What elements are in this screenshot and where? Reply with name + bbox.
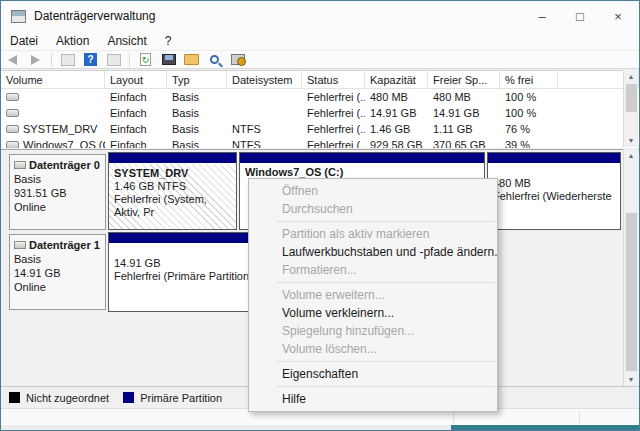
search-icon[interactable]	[206, 52, 223, 67]
scroll-up-icon[interactable]: ▲	[624, 70, 638, 83]
partition-color-bar	[109, 153, 236, 163]
scroll-down-icon[interactable]: ▼	[624, 134, 638, 147]
computer-icon[interactable]	[160, 52, 177, 67]
partition-color-bar	[488, 153, 620, 163]
menu-item-volume-erweitern: Volume erweitern...	[249, 286, 497, 304]
menu-separator	[277, 386, 495, 387]
menu-item-spiegelung: Spiegelung hinzufügen...	[249, 322, 497, 340]
legend-primary-partition: Primäre Partition	[123, 392, 222, 404]
col-pct-frei[interactable]: % frei	[500, 71, 558, 89]
col-layout[interactable]: Layout	[105, 71, 167, 89]
menu-item-durchsuchen: Durchsuchen	[249, 200, 497, 218]
window-bottom-edge	[1, 425, 451, 431]
help-icon[interactable]: ?	[82, 52, 99, 67]
toolbar-separator	[51, 53, 52, 67]
disk-icon	[14, 241, 26, 249]
app-icon	[11, 10, 26, 23]
scrollbar-thumb[interactable]	[626, 84, 637, 112]
menu-ansicht[interactable]: Ansicht	[98, 34, 155, 48]
disk-management-window: Datenträgerverwaltung – □ × Datei Aktion…	[0, 0, 640, 431]
col-kapazitaet[interactable]: Kapazität	[365, 71, 428, 89]
drive-icon	[6, 93, 19, 101]
menu-aktion[interactable]: Aktion	[47, 34, 98, 48]
console-tree-icon[interactable]	[59, 52, 76, 67]
menubar: Datei Aktion Ansicht ?	[1, 31, 639, 50]
menu-item-eigenschaften[interactable]: Eigenschaften	[249, 365, 497, 383]
minimize-button[interactable]: –	[523, 1, 561, 31]
folder-open-icon[interactable]	[183, 52, 200, 67]
col-typ[interactable]: Typ	[167, 71, 227, 89]
table-row[interactable]: Windows7_OS (C:) Einfach Basis NTFS Fehl…	[1, 137, 639, 148]
partition-color-bar	[240, 153, 484, 163]
col-dateisystem[interactable]: Dateisystem	[227, 71, 302, 89]
unallocated-swatch	[9, 392, 20, 403]
drive-icon	[6, 125, 19, 133]
disk0-label[interactable]: Datenträger 0 Basis 931.51 GB Online	[9, 154, 106, 230]
menu-item-volume-loeschen: Volume löschen...	[249, 340, 497, 358]
context-menu: Öffnen Durchsuchen Partition als aktiv m…	[248, 178, 498, 412]
table-row[interactable]: Einfach Basis Fehlerfrei (... 480 MB 480…	[1, 89, 639, 105]
menu-item-oeffnen: Öffnen	[249, 182, 497, 200]
col-volume[interactable]: Volume	[1, 71, 105, 89]
menu-separator	[277, 282, 495, 283]
desktop-taskbar-strip	[451, 425, 640, 431]
scrollbar-thumb[interactable]	[626, 213, 637, 371]
volume-list: Volume Layout Typ Dateisystem Status Kap…	[1, 70, 639, 148]
scroll-up-icon[interactable]: ▲	[624, 149, 638, 162]
toolbar: ? ↻	[1, 50, 639, 69]
drive-icon	[6, 109, 19, 117]
forward-icon[interactable]	[27, 52, 44, 67]
menu-item-partition-aktiv: Partition als aktiv markieren	[249, 225, 497, 243]
properties-icon[interactable]	[105, 52, 122, 67]
col-status[interactable]: Status	[302, 71, 365, 89]
toolbar-separator	[129, 53, 130, 67]
window-title: Datenträgerverwaltung	[34, 9, 155, 23]
menu-item-laufwerkbuchstaben[interactable]: Laufwerkbuchstaben und -pfade ändern...	[249, 243, 497, 261]
disk-settings-icon[interactable]	[229, 52, 246, 67]
maximize-button[interactable]: □	[561, 1, 599, 31]
menu-separator	[277, 361, 495, 362]
partition-recovery[interactable]: 480 MB Fehlerfrei (Wiederherste	[487, 152, 621, 230]
menu-separator	[277, 221, 495, 222]
refresh-icon[interactable]: ↻	[137, 52, 154, 67]
menu-datei[interactable]: Datei	[1, 34, 47, 48]
disk1-label[interactable]: Datenträger 1 Basis 14.91 GB Online	[9, 234, 106, 310]
menu-item-formatieren: Formatieren...	[249, 261, 497, 279]
table-row[interactable]: Einfach Basis Fehlerfrei (... 14.91 GB 1…	[1, 105, 639, 121]
primary-partition-swatch	[123, 392, 134, 403]
close-button[interactable]: ×	[599, 1, 637, 31]
graph-scrollbar[interactable]: ▲ ▼	[623, 149, 638, 386]
volume-list-header: Volume Layout Typ Dateisystem Status Kap…	[1, 71, 639, 89]
partition-system-drv[interactable]: SYSTEM_DRV 1.46 GB NTFS Fehlerfrei (Syst…	[108, 152, 237, 230]
legend-unallocated: Nicht zugeordnet	[9, 392, 109, 404]
disk-icon	[14, 161, 26, 169]
titlebar: Datenträgerverwaltung – □ ×	[1, 1, 639, 31]
scroll-down-icon[interactable]: ▼	[624, 373, 638, 386]
back-icon[interactable]	[4, 52, 21, 67]
menu-item-hilfe[interactable]: Hilfe	[249, 390, 497, 408]
drive-icon	[6, 141, 19, 148]
menu-item-volume-verkleinern[interactable]: Volume verkleinern...	[249, 304, 497, 322]
col-freier-sp[interactable]: Freier Sp...	[428, 71, 500, 89]
menu-help[interactable]: ?	[156, 34, 181, 48]
list-scrollbar[interactable]: ▲ ▼	[623, 70, 638, 147]
table-row[interactable]: SYSTEM_DRV Einfach Basis NTFS Fehlerfrei…	[1, 121, 639, 137]
